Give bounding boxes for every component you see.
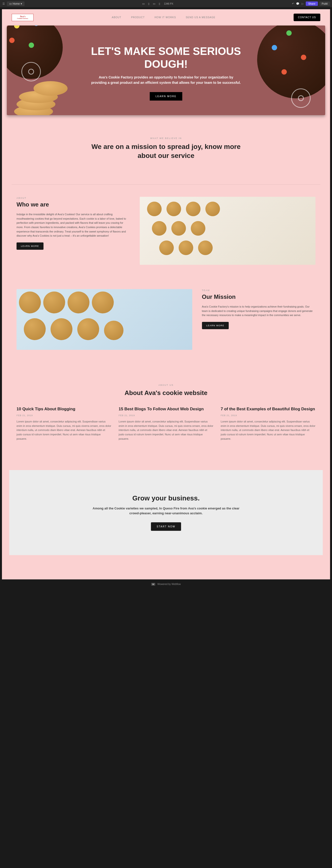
tablet-icon[interactable]: ▯ — [147, 2, 150, 5]
share-button[interactable]: Share — [306, 1, 318, 6]
mission-heading-2: Our Mission — [202, 293, 315, 300]
contact-button[interactable]: CONTACT US — [294, 13, 320, 21]
article-date: FEB 21, 2019 — [17, 414, 111, 416]
article-excerpt: Lorem ipsum dolor sit amet, consectetur … — [221, 420, 315, 441]
article-date: FEB 21, 2019 — [119, 414, 213, 416]
mission-heading: We are on a mission to spread joy, know … — [91, 142, 241, 160]
nav-how-it-works[interactable]: HOW IT WORKS — [155, 16, 176, 19]
article-card: 10 Quick Tips About Blogging FEB 21, 201… — [17, 406, 111, 441]
article-excerpt: Lorem ipsum dolor sit amet, consectetur … — [17, 420, 111, 441]
hero-subtitle: Ava's Cookie Factory provides an opportu… — [91, 74, 241, 86]
cta-heading: Grow your business. — [19, 494, 313, 502]
site-header: Ava's Cookie Factory ABOUT PRODUCT HOW I… — [2, 9, 330, 26]
article-date: FEB 21, 2019 — [221, 414, 315, 416]
page-name: Home — [12, 2, 20, 5]
cta-section: Grow your business. Among all the Cookie… — [9, 470, 323, 555]
undo-icon[interactable]: ↶ — [291, 2, 295, 5]
desktop-icon[interactable]: ▭ — [142, 2, 145, 5]
article-excerpt: Lorem ipsum dolor sit amet, consectetur … — [119, 420, 213, 441]
hero-button-label: LEARN MORE — [155, 95, 177, 98]
who-label: ABOUT — [17, 197, 130, 199]
who-body: Indulge in the irresistible delight of A… — [17, 212, 130, 238]
page-icon: ▭ — [9, 2, 12, 5]
donut-icon — [291, 88, 311, 108]
mission-button-label: LEARN MORE — [206, 324, 224, 327]
donut-icon — [21, 62, 41, 82]
articles-row: 10 Quick Tips About Blogging FEB 21, 201… — [17, 406, 315, 441]
webflow-badge-text: Wowered by Webflow — [157, 583, 181, 586]
start-now-button[interactable]: START NOW — [151, 522, 181, 531]
mobile-landscape-icon[interactable]: ▭ — [152, 2, 156, 5]
nav-about[interactable]: ABOUT — [112, 16, 121, 19]
hero-title: LET'S MAKE SOME SERIOUS DOUGH! — [91, 45, 241, 71]
cta-body: Among all the Cookie varieties we sample… — [91, 506, 241, 516]
article-title[interactable]: 15 Best Blogs To Follow About Web Design — [119, 406, 213, 412]
who-button-label: LEARN MORE — [21, 245, 39, 247]
comment-icon[interactable]: 💬 — [296, 2, 299, 5]
contact-label: CONTACT US — [298, 16, 316, 19]
hero-section: LET'S MAKE SOME SERIOUS DOUGH! Ava's Coo… — [7, 26, 325, 115]
designer-toolbar: ☰ ▭ Home ▾ ▭ ▯ ▭ ▯ 1346 PX ↶ 💬 ▷ Share P… — [0, 0, 332, 7]
article-card: 7 of the Best Examples of Beautiful Blog… — [221, 406, 315, 441]
about-heading: About Ava's cookie website — [17, 389, 315, 397]
mission-learn-more-button[interactable]: LEARN MORE — [202, 322, 229, 329]
chevron-down-icon: ▾ — [21, 2, 22, 5]
who-learn-more-button[interactable]: LEARN MORE — [17, 243, 43, 250]
logo[interactable]: Ava's Cookie Factory — [12, 14, 34, 21]
page-selector[interactable]: ▭ Home ▾ — [7, 1, 25, 6]
nav-send-message[interactable]: SEND US A MESSAGE — [186, 16, 215, 19]
article-card: 15 Best Blogs To Follow About Web Design… — [119, 406, 213, 441]
cookie-stack-image — [12, 74, 80, 115]
share-label: Share — [308, 2, 315, 5]
viewport-width: 1346 PX — [163, 2, 174, 5]
publish-button[interactable]: Publi — [320, 1, 330, 6]
article-title[interactable]: 10 Quick Tips About Blogging — [17, 406, 111, 412]
logo-line2: Cookie Factory — [17, 18, 28, 20]
preview-icon[interactable]: ▷ — [301, 2, 304, 5]
nav-product[interactable]: PRODUCT — [131, 16, 145, 19]
main-nav: ABOUT PRODUCT HOW IT WORKS SEND US A MES… — [112, 16, 215, 19]
our-mission-section: TEAM Our Mission Ava's Cookie Factory's … — [2, 277, 330, 362]
cookies-tray-image — [140, 197, 315, 265]
cookies-pan-image — [17, 289, 192, 350]
mission-eyebrow: WHAT WE BELIEVE IN — [17, 137, 315, 140]
spacer — [2, 555, 330, 579]
mobile-icon[interactable]: ▯ — [158, 2, 161, 5]
who-heading: Who we are — [17, 201, 130, 208]
mission-body: Ava's Cookie Factory's mission is to hel… — [202, 305, 315, 317]
about-eyebrow: ABOUT US — [17, 384, 315, 386]
webflow-w-icon: W — [151, 583, 155, 586]
cta-button-label: START NOW — [157, 525, 176, 528]
chocolate-cookie-image — [257, 26, 325, 98]
webflow-badge[interactable]: W Wowered by Webflow — [0, 581, 332, 587]
about-section: ABOUT US About Ava's cookie website 10 Q… — [2, 362, 330, 470]
publish-label: Publi — [322, 2, 328, 5]
hero-learn-more-button[interactable]: LEARN MORE — [150, 92, 182, 100]
design-canvas: Ava's Cookie Factory ABOUT PRODUCT HOW I… — [0, 7, 332, 581]
who-we-are-section: ABOUT Who we are Indulge in the irresist… — [2, 185, 330, 277]
mission-label: TEAM — [202, 289, 315, 291]
article-title[interactable]: 7 of the Best Examples of Beautiful Blog… — [221, 406, 315, 412]
mission-intro-section: WHAT WE BELIEVE IN We are on a mission t… — [2, 115, 330, 172]
menu-icon[interactable]: ☰ — [2, 2, 5, 5]
page-body: Ava's Cookie Factory ABOUT PRODUCT HOW I… — [2, 9, 330, 579]
